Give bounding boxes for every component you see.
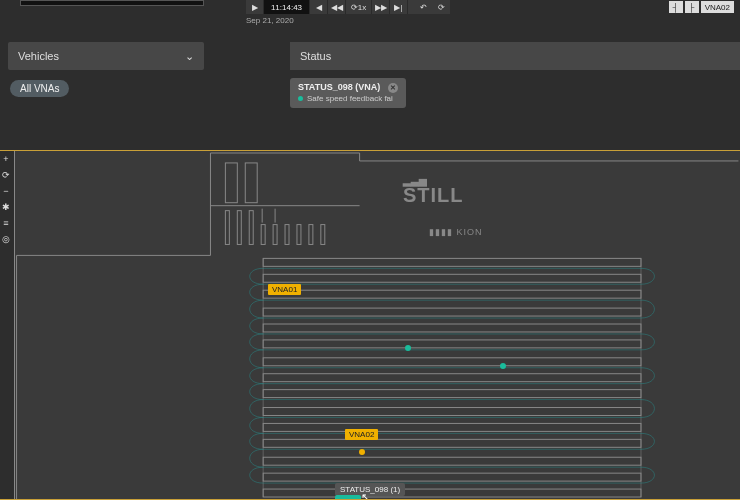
map-node-icon[interactable] <box>405 345 411 351</box>
playback-date: Sep 21, 2020 <box>246 16 294 25</box>
selected-vehicle-label[interactable]: VNA02 <box>701 1 734 13</box>
svg-rect-6 <box>273 225 277 245</box>
vehicle-marker-vna01[interactable]: VNA01 <box>268 284 301 295</box>
play-button[interactable]: ▶ <box>246 0 264 14</box>
svg-rect-18 <box>263 374 641 382</box>
svg-rect-7 <box>285 225 289 245</box>
svg-rect-8 <box>297 225 301 245</box>
svg-rect-9 <box>309 225 313 245</box>
top-toolbar: ▶ 11:14:43 ◀ ◀◀ ⟳1x ▶▶ ▶| ↶ ⟳ Sep 21, 20… <box>0 0 740 26</box>
speed-cycle-icon: ⟳ <box>351 3 358 12</box>
svg-rect-13 <box>263 290 641 298</box>
undo-button[interactable]: ↶ <box>414 0 432 14</box>
svg-rect-19 <box>263 390 641 398</box>
vehicles-dropdown-label: Vehicles <box>18 50 59 62</box>
center-button[interactable]: ◎ <box>0 233 12 245</box>
svg-rect-0 <box>225 163 237 203</box>
svg-rect-1 <box>245 163 257 203</box>
all-vnas-chip[interactable]: All VNAs <box>10 80 69 97</box>
layers-button[interactable]: ≡ <box>0 217 12 229</box>
forward-button[interactable]: ▶▶ <box>372 0 390 14</box>
brand-main: STILL <box>403 184 464 206</box>
svg-rect-11 <box>263 258 641 266</box>
dock-right-button[interactable]: ├ <box>685 1 699 13</box>
status-chip[interactable]: STATUS_098 (VNA) ✕ Safe speed feedback f… <box>290 78 406 108</box>
top-right-controls: ┤ ├ VNA02 <box>669 0 734 14</box>
svg-rect-3 <box>237 211 241 245</box>
svg-rect-23 <box>263 457 641 465</box>
vehicles-dropdown[interactable]: Vehicles ⌄ <box>8 42 204 70</box>
close-icon[interactable]: ✕ <box>388 83 398 93</box>
vehicle-marker-vna02[interactable]: VNA02 <box>345 429 378 440</box>
status-chip-subtitle: Safe speed feedback fai <box>307 94 393 104</box>
search-input[interactable] <box>20 0 204 6</box>
svg-rect-20 <box>263 408 641 416</box>
brand-logo: ▂▃▅ STILL <box>403 175 464 207</box>
map-container: + ⟳ − ✱ ≡ ◎ <box>0 150 740 500</box>
rewind-button[interactable]: ◀◀ <box>328 0 346 14</box>
chevron-down-icon: ⌄ <box>185 50 194 63</box>
step-back-button[interactable]: ◀ <box>310 0 328 14</box>
zoom-in-button[interactable]: + <box>0 153 12 165</box>
settings-button[interactable]: ✱ <box>0 201 12 213</box>
playback-time[interactable]: 11:14:43 <box>264 0 310 14</box>
svg-rect-25 <box>263 489 641 497</box>
status-tooltip-sub: VNA <box>335 495 361 499</box>
map-side-tools: + ⟳ − ✱ ≡ ◎ <box>0 151 14 245</box>
filter-row: Vehicles ⌄ Status All VNAs STATUS_098 (V… <box>0 38 740 128</box>
svg-rect-12 <box>263 274 641 282</box>
svg-rect-17 <box>263 358 641 366</box>
svg-rect-2 <box>225 211 229 245</box>
status-panel-header: Status <box>290 42 740 70</box>
map-canvas[interactable]: ▂▃▅ STILL ▮▮▮▮ KION VNA01 VNA02 STATUS_0… <box>14 151 740 499</box>
map-node-icon[interactable] <box>500 363 506 369</box>
svg-rect-5 <box>261 225 265 245</box>
status-chip-title: STATUS_098 (VNA) <box>298 82 380 94</box>
speed-value: 1x <box>358 3 366 12</box>
brand-sublogo: ▮▮▮▮ KION <box>429 227 483 237</box>
svg-rect-4 <box>249 211 253 245</box>
floorplan-svg <box>15 151 740 499</box>
speed-button[interactable]: ⟳1x <box>346 0 372 14</box>
svg-rect-16 <box>263 340 641 348</box>
skip-end-button[interactable]: ▶| <box>390 0 408 14</box>
svg-rect-10 <box>321 225 325 245</box>
playback-controls: ▶ 11:14:43 ◀ ◀◀ ⟳1x ▶▶ ▶| ↶ ⟳ <box>246 0 450 14</box>
status-dot-icon <box>298 96 303 101</box>
svg-rect-22 <box>263 439 641 447</box>
map-node-icon[interactable] <box>359 449 365 455</box>
svg-rect-15 <box>263 324 641 332</box>
svg-rect-21 <box>263 423 641 431</box>
svg-rect-24 <box>263 473 641 481</box>
status-label: Status <box>300 50 331 62</box>
svg-rect-14 <box>263 308 641 316</box>
reset-view-button[interactable]: ⟳ <box>0 169 12 181</box>
dock-left-button[interactable]: ┤ <box>669 1 683 13</box>
zoom-out-button[interactable]: − <box>0 185 12 197</box>
refresh-button[interactable]: ⟳ <box>432 0 450 14</box>
